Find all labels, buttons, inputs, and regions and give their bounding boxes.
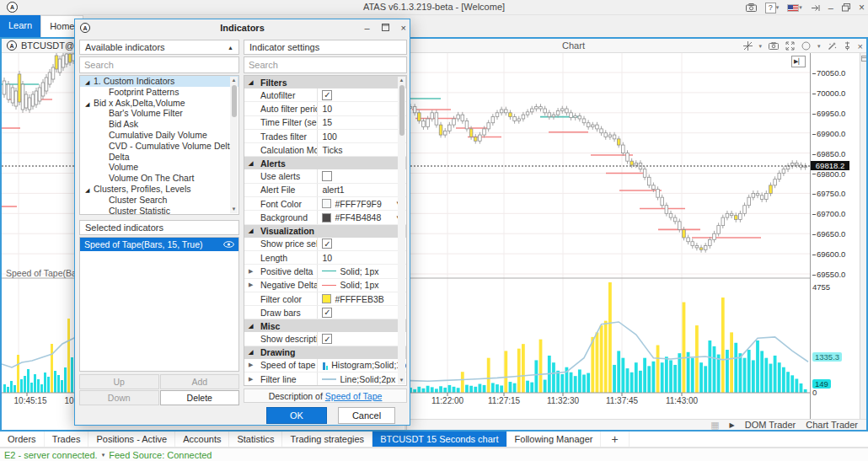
checkbox[interactable]: ✓ bbox=[322, 334, 332, 344]
settings-section-visualization[interactable]: ◢Visualization bbox=[244, 225, 406, 238]
goto-end-button[interactable]: ▶▏ bbox=[791, 56, 806, 67]
expand-icon[interactable]: ▶ bbox=[249, 268, 253, 275]
crosshair-dropdown-icon[interactable]: ▾ bbox=[759, 43, 763, 50]
settings-section-misc[interactable]: ◢Misc bbox=[244, 319, 406, 332]
selected-indicator-item[interactable]: Speed of Tape(Bars, 15, True) bbox=[80, 238, 238, 251]
doc-tab-orders[interactable]: Orders bbox=[0, 432, 45, 447]
settings-row[interactable]: Show price selecti...✓ bbox=[244, 238, 406, 251]
settings-row[interactable]: ▶Negative DeltaSolid; 1px bbox=[244, 279, 406, 292]
settings-row[interactable]: Auto filter period10 bbox=[244, 102, 406, 115]
restore-icon[interactable] bbox=[842, 3, 850, 12]
settings-row[interactable]: Filter color#FFFFEB3B bbox=[244, 292, 406, 306]
settings-section-alerts[interactable]: ◢Alerts bbox=[244, 157, 406, 169]
close-chart-icon[interactable]: × bbox=[858, 41, 863, 51]
dialog-minimize-icon[interactable]: – bbox=[364, 23, 369, 33]
expand-icon[interactable]: ▶ bbox=[249, 281, 253, 288]
minimize-icon[interactable]: – bbox=[828, 3, 833, 13]
settings-row[interactable]: Font Color#FFF7F9F9▼ bbox=[244, 197, 406, 211]
language-flag-icon[interactable]: ▾ bbox=[787, 4, 802, 12]
tab-learn[interactable]: Learn bbox=[0, 15, 40, 37]
settings-row[interactable]: Trades filter100 bbox=[244, 130, 406, 143]
close-icon[interactable]: × bbox=[859, 2, 865, 13]
settings-row[interactable]: Alert Filealert1 bbox=[244, 184, 406, 197]
trader-expand-icon[interactable]: ▶ bbox=[730, 421, 735, 429]
expand-icon[interactable]: ▶ bbox=[249, 362, 253, 368]
doc-tab-accounts[interactable]: Accounts bbox=[175, 432, 229, 447]
doc-tab-trades[interactable]: Trades bbox=[45, 432, 89, 447]
doc-tab-positions-active[interactable]: Positions - Active bbox=[88, 432, 175, 447]
tab-chart-trader[interactable]: Chart Trader bbox=[806, 420, 858, 430]
trader-scroll-icon[interactable]: ▦ bbox=[710, 420, 719, 431]
settings-row[interactable]: Use alerts bbox=[244, 169, 406, 183]
collapse-icon[interactable]: ▲ bbox=[228, 45, 233, 51]
tab-dom-trader[interactable]: DOM Trader bbox=[745, 420, 796, 430]
available-search-input[interactable] bbox=[79, 56, 239, 73]
tree-item[interactable]: CVD - Cumulative Volume Delta bbox=[80, 141, 238, 152]
settings-row[interactable]: Calculation ModeTicks bbox=[244, 143, 406, 157]
tools-icon[interactable] bbox=[828, 41, 837, 51]
delete-button[interactable]: Delete bbox=[160, 390, 240, 405]
settings-row[interactable]: ▶Positive deltaSolid; 1px bbox=[244, 265, 406, 278]
fullscreen-icon[interactable] bbox=[785, 41, 795, 51]
doc-tab-btcusdt-15-seconds-chart[interactable]: BTCUSDT 15 Seconds chart bbox=[372, 432, 506, 447]
settings-row[interactable]: Length10 bbox=[244, 251, 406, 265]
settings-row[interactable]: Show description✓ bbox=[244, 332, 406, 346]
ellipse-dropdown-icon[interactable]: ▾ bbox=[817, 43, 821, 50]
tree-item[interactable]: Bid Ask bbox=[80, 119, 238, 130]
description-link[interactable]: Speed of Tape bbox=[325, 391, 383, 401]
settings-section-drawing[interactable]: ◢Drawing bbox=[244, 346, 406, 359]
right-chart-svg[interactable] bbox=[407, 53, 810, 396]
right-chart-panel[interactable]: Chart ▾ ▾ × ▶▏ 70050.070000.069950.06990… bbox=[406, 39, 866, 430]
right-scroll-strip[interactable] bbox=[860, 53, 866, 430]
settings-row[interactable]: Time Filter (sec.)15 bbox=[244, 116, 406, 130]
price-axis[interactable]: 70050.070000.069950.069900.069850.069800… bbox=[810, 53, 859, 419]
scroll-down-icon[interactable]: ▼ bbox=[230, 206, 238, 213]
visibility-eye-icon[interactable] bbox=[223, 239, 234, 249]
connection-dropdown-icon[interactable]: ▾ bbox=[102, 452, 105, 458]
expand-icon[interactable]: ▶ bbox=[249, 376, 253, 383]
tree-item[interactable]: Bar's Volume Filter bbox=[80, 108, 238, 119]
doc-tab-trading-strategies[interactable]: Trading strategies bbox=[282, 432, 372, 447]
tree-item[interactable]: Delta bbox=[80, 152, 238, 163]
checkbox[interactable]: ✓ bbox=[322, 239, 332, 249]
scroll-up-icon[interactable]: ▲ bbox=[398, 77, 405, 84]
scroll-up-icon[interactable]: ▲ bbox=[230, 77, 238, 84]
pin-window-icon[interactable] bbox=[811, 4, 820, 12]
dialog-close-icon[interactable]: × bbox=[401, 23, 406, 33]
settings-row[interactable]: ▶Filter lineLine;Solid;2px bbox=[244, 373, 406, 386]
tree-item[interactable]: Volume bbox=[80, 162, 238, 173]
settings-row[interactable]: Background#FF4B4848▼ bbox=[244, 211, 406, 224]
doc-tab-statistics[interactable]: Statistics bbox=[229, 432, 282, 447]
add-tab-button[interactable]: + bbox=[601, 432, 629, 447]
dialog-maximize-icon[interactable] bbox=[382, 23, 389, 33]
settings-row[interactable]: ▶Speed of tapeHistogram;Solid;1p bbox=[244, 359, 406, 373]
help-button[interactable]: ?▾ bbox=[765, 3, 780, 13]
grid-scrollbar[interactable]: ▲ ▼ bbox=[398, 77, 405, 384]
tree-item[interactable]: Cluster Statistic bbox=[80, 206, 238, 215]
add-button[interactable]: Add bbox=[160, 374, 240, 389]
cancel-button[interactable]: Cancel bbox=[338, 407, 395, 424]
checkbox[interactable]: ✓ bbox=[322, 90, 332, 100]
down-button[interactable]: Down bbox=[79, 390, 159, 405]
scroll-down-icon[interactable]: ▼ bbox=[398, 377, 405, 384]
available-indicators-header[interactable]: Available indicators ▲ bbox=[79, 40, 239, 55]
tree-item[interactable]: ◢Bid x Ask,Delta,Volume bbox=[80, 98, 238, 109]
color-swatch[interactable] bbox=[322, 294, 331, 303]
settings-section-filters[interactable]: ◢Filters bbox=[244, 76, 406, 88]
settings-row[interactable]: Draw bars✓ bbox=[244, 306, 406, 319]
up-button[interactable]: Up bbox=[79, 374, 159, 389]
checkbox[interactable]: ✓ bbox=[322, 308, 332, 318]
camera-icon[interactable] bbox=[769, 42, 779, 50]
tree-item[interactable]: Footprint Patterns bbox=[80, 87, 238, 98]
tree-scrollbar[interactable]: ▲ ▼ bbox=[230, 77, 238, 213]
ellipse-tool-icon[interactable] bbox=[801, 41, 811, 51]
ok-button[interactable]: OK bbox=[266, 407, 327, 424]
tree-item[interactable]: Volume On The Chart bbox=[80, 173, 238, 184]
tree-item[interactable]: ◢Clusters, Profiles, Levels bbox=[80, 184, 238, 195]
tree-item[interactable]: ◢1. Custom Indicators bbox=[80, 76, 238, 87]
checkbox[interactable] bbox=[322, 171, 332, 181]
tree-item[interactable]: Cumulative Daily Volume bbox=[80, 130, 238, 141]
tree-item[interactable]: Cluster Search bbox=[80, 195, 238, 206]
doc-tab-following-manager[interactable]: Following Manager bbox=[507, 432, 602, 447]
pin-icon[interactable] bbox=[844, 41, 851, 51]
